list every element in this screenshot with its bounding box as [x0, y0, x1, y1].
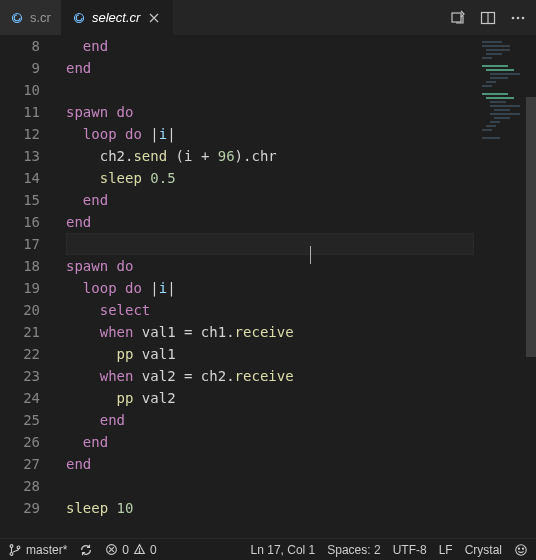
- line-number: 19: [0, 277, 40, 299]
- sync-button[interactable]: [79, 543, 93, 557]
- line-number: 27: [0, 453, 40, 475]
- language-mode[interactable]: Crystal: [465, 543, 502, 557]
- svg-point-16: [522, 548, 523, 549]
- line-number: 13: [0, 145, 40, 167]
- code-line[interactable]: end: [66, 211, 474, 233]
- code-line[interactable]: sleep 10: [66, 497, 474, 519]
- code-area[interactable]: endendspawn do loop do |i| ch2.send (i +…: [66, 35, 474, 538]
- code-line[interactable]: sleep 0.5: [66, 167, 474, 189]
- line-number: 21: [0, 321, 40, 343]
- code-line[interactable]: when val1 = ch1.receive: [66, 321, 474, 343]
- line-number-gutter: 8910111213141516171819202122232425262728…: [0, 35, 58, 538]
- line-number: 25: [0, 409, 40, 431]
- branch-name: master*: [26, 543, 67, 557]
- encoding[interactable]: UTF-8: [393, 543, 427, 557]
- line-number: 18: [0, 255, 40, 277]
- svg-rect-2: [452, 13, 461, 22]
- line-number: 8: [0, 35, 40, 57]
- tab-select-cr[interactable]: select.cr: [62, 0, 173, 35]
- code-line[interactable]: loop do |i|: [66, 277, 474, 299]
- code-line[interactable]: pp val2: [66, 387, 474, 409]
- code-line[interactable]: loop do |i|: [66, 123, 474, 145]
- code-line[interactable]: end: [66, 431, 474, 453]
- status-bar: master* 0 0 Ln 17, Col 1 Spaces: 2 UTF-8…: [0, 538, 536, 560]
- svg-point-15: [518, 548, 519, 549]
- code-line[interactable]: [66, 475, 474, 497]
- minimap[interactable]: [476, 35, 524, 538]
- error-count: 0: [122, 543, 129, 557]
- line-number: 28: [0, 475, 40, 497]
- svg-point-8: [10, 544, 13, 547]
- warning-count: 0: [150, 543, 157, 557]
- code-line[interactable]: ch2.send (i + 96).chr: [66, 145, 474, 167]
- cursor-position[interactable]: Ln 17, Col 1: [251, 543, 316, 557]
- eol[interactable]: LF: [439, 543, 453, 557]
- line-number: 24: [0, 387, 40, 409]
- svg-point-6: [517, 16, 520, 19]
- line-number: 29: [0, 497, 40, 519]
- editor[interactable]: 8910111213141516171819202122232425262728…: [0, 35, 536, 538]
- code-line[interactable]: pp val1: [66, 343, 474, 365]
- scrollbar-thumb[interactable]: [526, 97, 536, 357]
- svg-point-7: [522, 16, 525, 19]
- problems[interactable]: 0 0: [105, 543, 156, 557]
- svg-point-13: [139, 552, 140, 553]
- editor-actions: [450, 0, 536, 35]
- code-line[interactable]: end: [66, 409, 474, 431]
- svg-point-10: [17, 545, 20, 548]
- split-editor-icon[interactable]: [480, 10, 496, 26]
- tab-label: select.cr: [92, 10, 140, 25]
- code-line[interactable]: when val2 = ch2.receive: [66, 365, 474, 387]
- file-icon: [72, 11, 86, 25]
- line-number: 11: [0, 101, 40, 123]
- line-number: 9: [0, 57, 40, 79]
- svg-point-14: [516, 544, 527, 555]
- line-number: 14: [0, 167, 40, 189]
- code-line[interactable]: select: [66, 299, 474, 321]
- line-number: 20: [0, 299, 40, 321]
- feedback-icon[interactable]: [514, 543, 528, 557]
- more-actions-icon[interactable]: [510, 10, 526, 26]
- code-line[interactable]: end: [66, 453, 474, 475]
- line-number: 23: [0, 365, 40, 387]
- code-line[interactable]: [66, 79, 474, 101]
- close-icon[interactable]: [146, 10, 162, 26]
- line-number: 17: [0, 233, 40, 255]
- text-cursor: [310, 246, 311, 264]
- file-icon: [10, 11, 24, 25]
- code-line[interactable]: [66, 233, 474, 255]
- vertical-scrollbar[interactable]: [524, 35, 536, 538]
- line-number: 15: [0, 189, 40, 211]
- svg-point-5: [512, 16, 515, 19]
- code-line[interactable]: spawn do: [66, 101, 474, 123]
- line-number: 16: [0, 211, 40, 233]
- code-line[interactable]: end: [66, 57, 474, 79]
- line-number: 22: [0, 343, 40, 365]
- svg-point-9: [10, 552, 13, 555]
- git-branch[interactable]: master*: [8, 543, 67, 557]
- tab-s-cr[interactable]: s.cr: [0, 0, 62, 35]
- tab-label: s.cr: [30, 10, 51, 25]
- line-number: 12: [0, 123, 40, 145]
- code-line[interactable]: end: [66, 189, 474, 211]
- code-line[interactable]: end: [66, 35, 474, 57]
- code-line[interactable]: spawn do: [66, 255, 474, 277]
- line-number: 26: [0, 431, 40, 453]
- compare-changes-icon[interactable]: [450, 10, 466, 26]
- indentation[interactable]: Spaces: 2: [327, 543, 380, 557]
- tab-bar: s.cr select.cr: [0, 0, 536, 35]
- line-number: 10: [0, 79, 40, 101]
